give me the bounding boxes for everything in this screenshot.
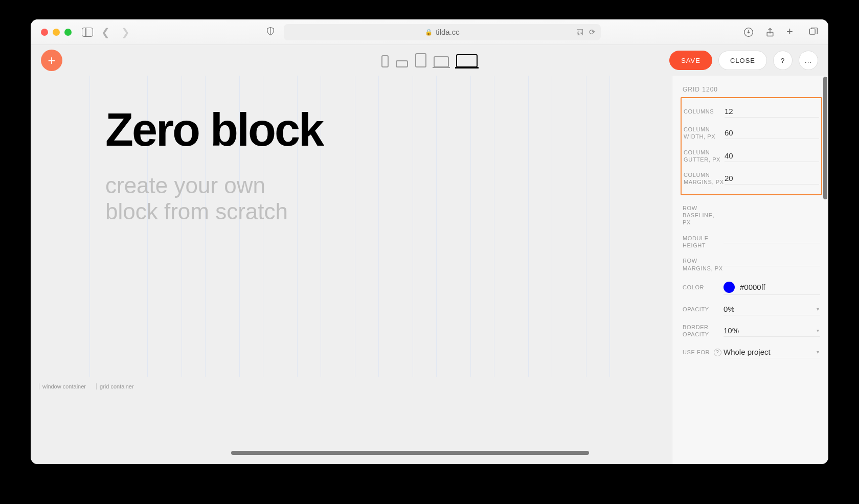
reload-icon[interactable]: ⟳ [589, 28, 596, 37]
color-value-text: #0000ff [740, 283, 765, 291]
window-container-label: window container [39, 383, 86, 390]
sidebar-toggle-icon[interactable] [82, 28, 93, 37]
column-gutter-field: COLUMN GUTTER, PX 40 [684, 145, 819, 168]
new-tab-icon[interactable]: + [786, 27, 797, 37]
tabs-icon[interactable] [808, 27, 818, 37]
grid-column-settings-group: COLUMNS 12 COLUMN WIDTH, PX 60 COLUMN GU… [681, 97, 822, 195]
share-icon[interactable] [765, 27, 775, 37]
more-button[interactable]: ... [799, 51, 818, 70]
browser-chrome: ❮ ❯ 🔒 tilda.cc 🗟 ⟳ + [31, 19, 828, 45]
add-block-button[interactable]: + [41, 50, 62, 71]
panel-title: GRID 1200 [683, 86, 820, 93]
column-width-field: COLUMN WIDTH, PX 60 [684, 122, 819, 145]
module-height-field: MODULE HEIGHT [683, 231, 820, 254]
grid-container-label: grid container [96, 383, 134, 390]
traffic-lights [41, 29, 72, 36]
columns-input[interactable]: 12 [725, 105, 819, 118]
opacity-field: OPACITY 0% ▾ [683, 299, 820, 319]
privacy-shield-icon[interactable] [266, 26, 275, 38]
opacity-label: OPACITY [683, 306, 724, 313]
vertical-scrollbar[interactable] [823, 77, 827, 199]
downloads-icon[interactable] [743, 27, 754, 37]
properties-panel: GRID 1200 COLUMNS 12 COLUMN WIDTH, PX 60… [672, 76, 828, 464]
column-gutter-label: COLUMN GUTTER, PX [684, 149, 725, 164]
opacity-select[interactable]: 0% ▾ [724, 303, 820, 315]
use-for-label: USE FOR ? [683, 349, 724, 356]
canvas-footer-legend: window container grid container [39, 383, 134, 390]
row-baseline-input[interactable] [724, 214, 820, 217]
module-height-input[interactable] [724, 240, 820, 243]
color-field: COLOR #0000ff [683, 276, 820, 299]
column-margins-input[interactable]: 20 [725, 172, 819, 185]
color-label: COLOR [683, 284, 724, 291]
help-icon[interactable]: ? [714, 349, 721, 356]
chevron-down-icon: ▾ [817, 349, 819, 355]
device-laptop-icon[interactable] [434, 56, 449, 67]
lock-icon: 🔒 [425, 29, 433, 36]
maximize-window-icon[interactable] [64, 29, 72, 36]
column-gutter-input[interactable]: 40 [725, 150, 819, 162]
browser-window: ❮ ❯ 🔒 tilda.cc 🗟 ⟳ + + [31, 19, 828, 464]
row-baseline-field: ROW BASELINE, PX [683, 200, 820, 231]
device-tablet-icon[interactable] [415, 53, 426, 67]
row-margins-input[interactable] [724, 263, 820, 266]
border-opacity-field: BORDER OPACITY 10% ▾ [683, 319, 820, 342]
translate-icon[interactable]: 🗟 [576, 28, 583, 36]
column-margins-field: COLUMN MARGINS, PX 20 [684, 167, 819, 190]
column-width-label: COLUMN WIDTH, PX [684, 126, 725, 141]
columns-label: COLUMNS [684, 108, 725, 115]
device-mobile-landscape-icon[interactable] [396, 60, 408, 67]
minimize-window-icon[interactable] [53, 29, 60, 36]
canvas[interactable]: Zero block create your own block from sc… [37, 76, 620, 372]
svg-rect-3 [809, 29, 815, 34]
workspace: Zero block create your own block from sc… [31, 76, 672, 464]
color-swatch-icon[interactable] [724, 282, 735, 293]
canvas-subheading[interactable]: create your own block from scratch [105, 173, 288, 224]
device-desktop-icon[interactable] [456, 54, 478, 67]
border-opacity-label: BORDER OPACITY [683, 324, 724, 338]
columns-field: COLUMNS 12 [684, 101, 819, 122]
canvas-heading[interactable]: Zero block [105, 104, 323, 156]
close-button[interactable]: CLOSE [718, 51, 767, 70]
device-mobile-icon[interactable] [381, 55, 389, 67]
color-input[interactable]: #0000ff [724, 280, 820, 295]
chevron-down-icon: ▾ [817, 306, 819, 312]
row-baseline-label: ROW BASELINE, PX [683, 204, 724, 226]
row-margins-label: ROW MARGINS, PX [683, 257, 724, 272]
use-for-select[interactable]: Whole project ▾ [724, 346, 820, 358]
back-icon[interactable]: ❮ [98, 26, 113, 38]
help-button[interactable]: ? [773, 51, 793, 70]
border-opacity-select[interactable]: 10% ▾ [724, 325, 820, 337]
url-bar[interactable]: 🔒 tilda.cc 🗟 ⟳ [284, 24, 601, 40]
use-for-field: USE FOR ? Whole project ▾ [683, 342, 820, 362]
editor-toolbar: + SAVE CLOSE ? ... [31, 45, 828, 76]
save-button[interactable]: SAVE [669, 51, 712, 70]
column-margins-label: COLUMN MARGINS, PX [684, 171, 725, 186]
module-height-label: MODULE HEIGHT [683, 235, 724, 249]
column-width-input[interactable]: 60 [725, 127, 819, 139]
chevron-down-icon: ▾ [817, 328, 819, 333]
device-switcher [381, 53, 478, 67]
close-window-icon[interactable] [41, 29, 48, 36]
row-margins-field: ROW MARGINS, PX [683, 253, 820, 276]
horizontal-scrollbar[interactable] [231, 451, 589, 455]
forward-icon[interactable]: ❯ [118, 26, 133, 38]
url-text: tilda.cc [436, 28, 460, 36]
